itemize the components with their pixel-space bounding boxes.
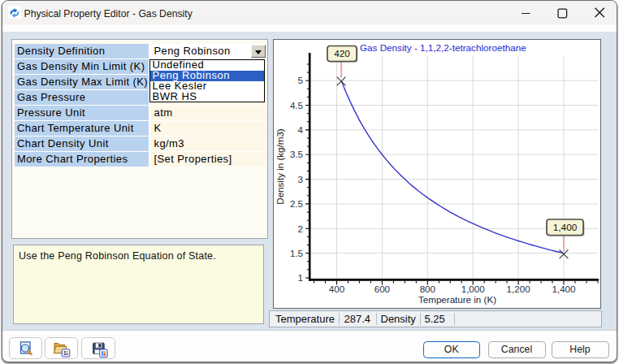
svg-text:4: 4 xyxy=(298,124,304,135)
svg-text:400: 400 xyxy=(329,284,344,294)
svg-text:1,000: 1,000 xyxy=(461,284,485,294)
svg-text:420: 420 xyxy=(334,48,350,59)
svg-text:Density in (kg/m3): Density in (kg/m3) xyxy=(275,128,285,205)
svg-text:1: 1 xyxy=(298,272,303,283)
svg-text:Temperature in (K): Temperature in (K) xyxy=(418,294,496,305)
svg-text:Gas Density - 1,1,2,2-tetrachl: Gas Density - 1,1,2,2-tetrachloroethane xyxy=(360,42,526,53)
svg-text:800: 800 xyxy=(420,284,435,294)
svg-text:5: 5 xyxy=(298,75,303,85)
svg-text:3.5: 3.5 xyxy=(290,149,303,159)
svg-text:2: 2 xyxy=(298,223,303,234)
svg-text:4.5: 4.5 xyxy=(290,100,303,110)
svg-text:600: 600 xyxy=(374,284,390,294)
svg-text:1.5: 1.5 xyxy=(290,248,303,258)
svg-text:3: 3 xyxy=(298,174,303,184)
svg-text:1,400: 1,400 xyxy=(552,284,575,294)
svg-text:1,400: 1,400 xyxy=(553,222,578,233)
svg-text:2.5: 2.5 xyxy=(290,198,303,209)
svg-text:1,200: 1,200 xyxy=(507,284,530,294)
